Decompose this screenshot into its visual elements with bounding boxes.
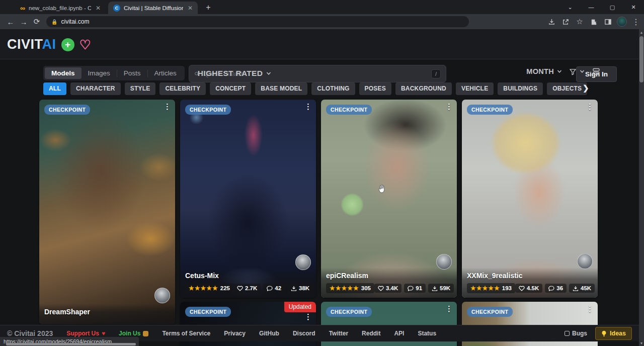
create-plus-icon[interactable]: +	[61, 38, 74, 51]
downloads-pill[interactable]: 45K	[569, 284, 595, 293]
footer-link-label: Support Us	[66, 330, 99, 337]
footer-link-label: Twitter	[329, 330, 348, 337]
comments-pill[interactable]: 36	[545, 284, 567, 293]
forward-icon[interactable]: →	[17, 18, 30, 26]
footer-link-twitter[interactable]: Twitter	[329, 330, 348, 337]
footer-link-support-us[interactable]: Support Us♥	[66, 330, 105, 337]
favorites-heart-icon[interactable]: ♡	[79, 38, 91, 51]
downloads: 59K	[440, 285, 450, 291]
downloads-pill[interactable]: 38K	[287, 284, 313, 293]
filter-chip-base-model[interactable]: BASE MODEL	[255, 82, 307, 95]
back-icon[interactable]: ←	[4, 18, 17, 26]
filter-chip-background[interactable]: BACKGROUND	[395, 82, 452, 95]
model-card-cetus-mix[interactable]: CHECKPOINT⋮Cetus-Mix★★★★★2252.7K4238K	[180, 100, 316, 298]
filter-chip-celebrity[interactable]: CELEBRITY	[159, 82, 206, 95]
footer-link-status[interactable]: Status	[418, 330, 436, 337]
filter-chip-objects[interactable]: OBJECTS	[547, 82, 587, 95]
civitai-logo[interactable]: CIVITAI + ♡	[7, 37, 91, 52]
scroll-up-icon[interactable]: ▲	[639, 29, 644, 35]
tab-models[interactable]: Models	[45, 67, 82, 79]
card-menu-icon[interactable]: ⋮	[304, 103, 312, 111]
reload-icon[interactable]: ⟳	[30, 17, 43, 26]
model-card-epicrealism[interactable]: CHECKPOINT⋮epiCRealism★★★★★3053.4K9159K	[321, 100, 457, 298]
ideas-button[interactable]: Ideas	[595, 327, 632, 340]
card-menu-icon[interactable]: ⋮	[586, 305, 594, 313]
card-menu-icon[interactable]: ⋮	[164, 103, 171, 111]
footer-link-reddit[interactable]: Reddit	[362, 330, 380, 337]
footer-right: Bugs Ideas	[565, 327, 632, 340]
share-icon[interactable]	[560, 17, 571, 27]
tab-posts[interactable]: Posts	[117, 67, 147, 79]
likes-pill[interactable]: 2.7K	[233, 284, 261, 293]
filter-chip-character[interactable]: CHARACTER	[70, 82, 121, 95]
bookmark-star-icon[interactable]: ☆	[575, 17, 585, 27]
browser-menu-icon[interactable]: ⋮	[631, 17, 641, 27]
likes-pill[interactable]: 3.4K	[374, 284, 401, 293]
model-card-xxmix_9realistic[interactable]: CHECKPOINT⋮XXMix_9realistic★★★★★1934.5K3…	[462, 100, 598, 298]
comments-pill[interactable]: 91	[404, 284, 426, 293]
rating-pill[interactable]: ★★★★★225	[185, 283, 233, 293]
filter-chip-buildings[interactable]: BUILDINGS	[498, 82, 543, 95]
maximize-button[interactable]: ▢	[602, 0, 623, 14]
footer-link-label: Reddit	[362, 330, 380, 337]
vertical-scrollbar[interactable]: ▲ ▼	[639, 29, 644, 346]
tab-close-icon[interactable]: ✕	[95, 5, 102, 12]
filter-chip-all[interactable]: ALL	[43, 82, 66, 95]
model-card-dreamshaper[interactable]: CHECKPOINT⋮DreamShaper	[39, 100, 175, 324]
footer-links: Support Us♥Join UsTerms of ServicePrivac…	[66, 330, 436, 337]
horizontal-scrollbar-thumb[interactable]	[6, 343, 136, 345]
likes-pill[interactable]: 4.5K	[515, 284, 542, 293]
browser-tab-colab[interactable]: ∞ new_colab_file.ipynb - Colaborat ✕	[15, 2, 106, 14]
creator-avatar[interactable]	[577, 253, 593, 269]
download-icon[interactable]	[546, 17, 556, 27]
tab-title: Civitai | Stable Diffusion models,	[124, 5, 183, 11]
sort-dropdown[interactable]: HIGHEST RATED	[198, 69, 271, 78]
footer-link-github[interactable]: GitHub	[259, 330, 279, 337]
address-bar[interactable]: 🔒 civitai.com	[46, 16, 469, 27]
comments-pill[interactable]: 42	[263, 284, 285, 293]
chips-overflow-arrow-icon[interactable]: ❯	[583, 83, 589, 93]
filter-chip-concept[interactable]: CONCEPT	[210, 82, 251, 95]
rating-pill[interactable]: ★★★★★305	[326, 283, 374, 293]
filter-chip-style[interactable]: STYLE	[125, 82, 156, 95]
filter-chip-clothing[interactable]: CLOTHING	[311, 82, 355, 95]
card-menu-icon[interactable]: ⋮	[586, 103, 594, 111]
tab-search-icon[interactable]: ⌄	[559, 0, 581, 14]
downloads-pill[interactable]: 59K	[428, 284, 454, 293]
period-dropdown[interactable]: MONTH	[526, 67, 562, 75]
comment-icon	[548, 286, 554, 291]
copyright-text: © Civitai 2023	[7, 329, 53, 337]
tab-images[interactable]: Images	[82, 67, 117, 79]
rating-pill[interactable]: ★★★★★193	[467, 283, 515, 293]
tab-articles[interactable]: Articles	[148, 67, 183, 79]
bugs-link[interactable]: Bugs	[565, 330, 587, 337]
filter-dropdown[interactable]	[569, 68, 585, 75]
rating-count: 225	[220, 285, 230, 291]
side-panel-icon[interactable]	[603, 17, 613, 27]
footer-link-api[interactable]: API	[394, 330, 404, 337]
layout-toggle-icon[interactable]	[592, 67, 601, 76]
card-info-overlay: XXMix_9realistic★★★★★1934.5K3645K	[462, 268, 598, 298]
card-menu-icon[interactable]: ⋮	[445, 305, 453, 313]
model-stats-row: ★★★★★2252.7K4238K	[185, 283, 311, 293]
comments: 36	[556, 285, 563, 291]
filter-chip-vehicle[interactable]: VEHICLE	[456, 82, 494, 95]
new-tab-button[interactable]: +	[202, 3, 214, 13]
footer-link-terms-of-service[interactable]: Terms of Service	[162, 330, 210, 337]
profile-avatar[interactable]	[617, 17, 627, 27]
footer-link-discord[interactable]: Discord	[293, 330, 315, 337]
footer-link-join-us[interactable]: Join Us	[119, 330, 148, 337]
extensions-puzzle-icon[interactable]	[589, 17, 599, 27]
creator-avatar[interactable]	[154, 288, 170, 303]
minimize-button[interactable]: —	[581, 0, 602, 14]
tab-close-icon[interactable]: ✕	[187, 5, 194, 12]
vertical-scrollbar-thumb[interactable]	[639, 36, 643, 82]
filter-chip-poses[interactable]: POSES	[359, 82, 391, 95]
heart-icon	[519, 286, 525, 291]
card-menu-icon[interactable]: ⋮	[304, 313, 312, 321]
footer-link-privacy[interactable]: Privacy	[224, 330, 246, 337]
browser-tab-civitai[interactable]: C Civitai | Stable Diffusion models, ✕	[108, 2, 198, 14]
close-button[interactable]: ✕	[623, 0, 644, 14]
card-menu-icon[interactable]: ⋮	[445, 103, 453, 111]
scroll-down-icon[interactable]: ▼	[639, 340, 644, 346]
